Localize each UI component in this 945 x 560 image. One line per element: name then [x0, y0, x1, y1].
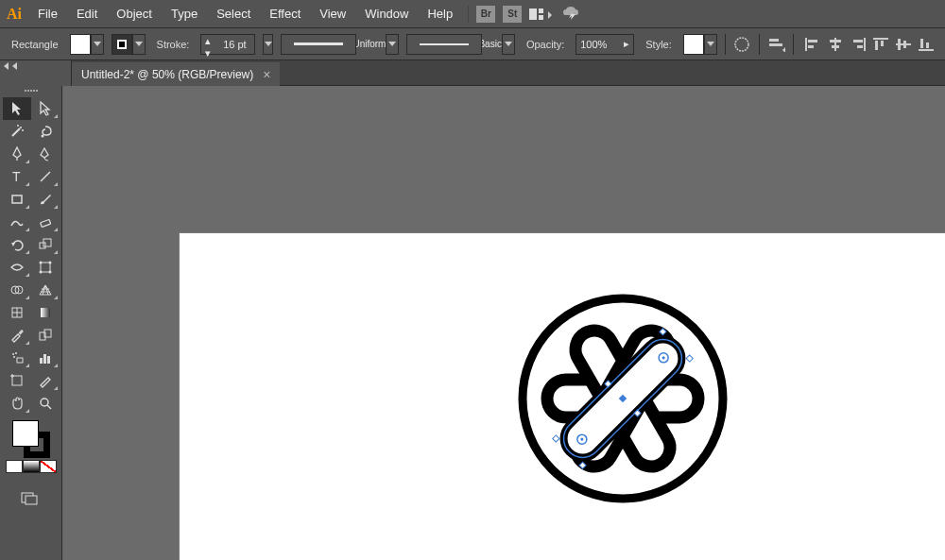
stroke-swatch[interactable]: [112, 34, 132, 55]
pen-tool[interactable]: [3, 143, 31, 165]
menu-file[interactable]: File: [28, 0, 67, 27]
rectangle-tool[interactable]: [3, 188, 31, 211]
canvas-area[interactable]: [62, 86, 945, 560]
align-hcenter-icon[interactable]: [824, 33, 847, 56]
direct-selection-tool[interactable]: [31, 97, 60, 120]
fill-swatch[interactable]: [70, 34, 91, 55]
scale-tool[interactable]: [31, 233, 60, 256]
symbol-sprayer-tool[interactable]: [3, 347, 31, 369]
opacity-label: Opacity:: [523, 39, 568, 50]
menu-bar: Ai File Edit Object Type Select Effect V…: [0, 0, 945, 27]
stroke-swatch-dropdown[interactable]: [132, 34, 146, 55]
color-mode-solid[interactable]: [6, 460, 23, 473]
fill-swatch-dropdown[interactable]: [91, 34, 104, 55]
slice-tool[interactable]: [31, 369, 60, 392]
svg-rect-15: [853, 40, 863, 42]
align-vcenter-icon[interactable]: [892, 33, 915, 56]
panel-grip-icon[interactable]: [18, 90, 44, 93]
document-tab[interactable]: Untitled-2* @ 50% (RGB/Preview) ×: [72, 62, 280, 86]
menu-edit[interactable]: Edit: [67, 0, 107, 27]
menu-object[interactable]: Object: [107, 0, 162, 27]
column-graph-tool[interactable]: [31, 347, 60, 369]
rotate-tool[interactable]: [3, 233, 31, 256]
gradient-tool[interactable]: [31, 301, 60, 324]
style-label: Style:: [642, 39, 676, 50]
selection-tool[interactable]: [3, 97, 31, 120]
brush-def-dropdown[interactable]: [502, 34, 515, 55]
separator: [468, 6, 469, 23]
eraser-tool[interactable]: [31, 211, 60, 233]
recolor-art-icon[interactable]: [733, 33, 752, 56]
color-mode-none[interactable]: [40, 460, 57, 473]
svg-rect-51: [17, 358, 23, 363]
color-mode-gradient[interactable]: [23, 460, 40, 473]
artboard[interactable]: [179, 232, 945, 560]
fill-stroke-swatch[interactable]: [12, 420, 50, 458]
svg-point-28: [22, 129, 24, 131]
svg-point-54: [13, 356, 15, 358]
menu-help[interactable]: Help: [418, 0, 462, 27]
artboard-tool[interactable]: [3, 369, 31, 392]
mesh-tool[interactable]: [3, 301, 31, 324]
magic-wand-tool[interactable]: [3, 120, 31, 143]
svg-rect-22: [903, 41, 906, 48]
gpu-perf-icon[interactable]: [561, 5, 582, 23]
paintbrush-tool[interactable]: [31, 188, 60, 211]
svg-rect-1: [539, 8, 543, 13]
separator: [725, 34, 726, 55]
hand-tool[interactable]: [3, 392, 31, 415]
svg-rect-38: [41, 263, 50, 272]
svg-point-52: [12, 353, 14, 355]
svg-point-53: [15, 352, 17, 354]
shaper-tool[interactable]: [3, 211, 31, 233]
panel-collapse-button[interactable]: [0, 60, 72, 86]
menu-view[interactable]: View: [310, 0, 355, 27]
align-bottom-icon[interactable]: [915, 33, 937, 56]
menu-type[interactable]: Type: [162, 0, 207, 27]
arrange-docs-icon[interactable]: [529, 7, 554, 22]
perspective-grid-tool[interactable]: [31, 279, 60, 301]
screen-mode-button[interactable]: [18, 490, 44, 507]
svg-rect-24: [920, 39, 923, 48]
svg-line-62: [47, 405, 51, 409]
close-tab-icon[interactable]: ×: [263, 67, 270, 82]
lasso-tool[interactable]: [31, 120, 60, 143]
svg-rect-74: [686, 355, 693, 362]
graphic-style-swatch[interactable]: [683, 34, 704, 55]
opacity-input[interactable]: 100% ▸: [576, 34, 634, 55]
free-transform-tool[interactable]: [31, 256, 60, 279]
svg-rect-57: [47, 356, 50, 364]
menu-select[interactable]: Select: [207, 0, 260, 27]
svg-marker-7: [782, 47, 785, 52]
type-tool[interactable]: T: [3, 165, 31, 188]
graphic-style-dropdown[interactable]: [704, 34, 717, 55]
align-left-icon[interactable]: [801, 33, 824, 56]
stroke-weight-input[interactable]: ▴▾ 16 pt: [200, 34, 255, 55]
width-profile[interactable]: [281, 34, 356, 55]
document-tab-title: Untitled-2* @ 50% (RGB/Preview): [81, 68, 253, 81]
stroke-weight-dropdown[interactable]: [263, 34, 273, 55]
width-tool[interactable]: [3, 256, 31, 279]
svg-rect-0: [529, 8, 537, 20]
width-profile-dropdown[interactable]: [386, 34, 399, 55]
bridge-icon[interactable]: Br: [476, 6, 495, 23]
align-panel-icon[interactable]: [767, 33, 786, 56]
svg-rect-13: [832, 45, 839, 48]
curvature-tool[interactable]: [31, 143, 60, 165]
blend-tool[interactable]: [31, 324, 60, 347]
align-top-icon[interactable]: [869, 33, 892, 56]
stock-icon[interactable]: St: [503, 6, 522, 23]
menu-effect[interactable]: Effect: [260, 0, 310, 27]
brush-def[interactable]: [406, 34, 482, 55]
zoom-tool[interactable]: [31, 392, 60, 415]
svg-point-27: [20, 127, 22, 128]
control-bar: Rectangle Stroke: ▴▾ 16 pt Uniform Basic…: [0, 27, 945, 60]
line-tool[interactable]: [31, 165, 60, 188]
artwork[interactable]: [516, 292, 730, 505]
eyedropper-tool[interactable]: [3, 324, 31, 347]
svg-rect-18: [875, 41, 878, 50]
align-right-icon[interactable]: [847, 33, 869, 56]
shape-builder-tool[interactable]: [3, 279, 31, 301]
svg-point-39: [39, 262, 42, 264]
menu-window[interactable]: Window: [355, 0, 418, 27]
